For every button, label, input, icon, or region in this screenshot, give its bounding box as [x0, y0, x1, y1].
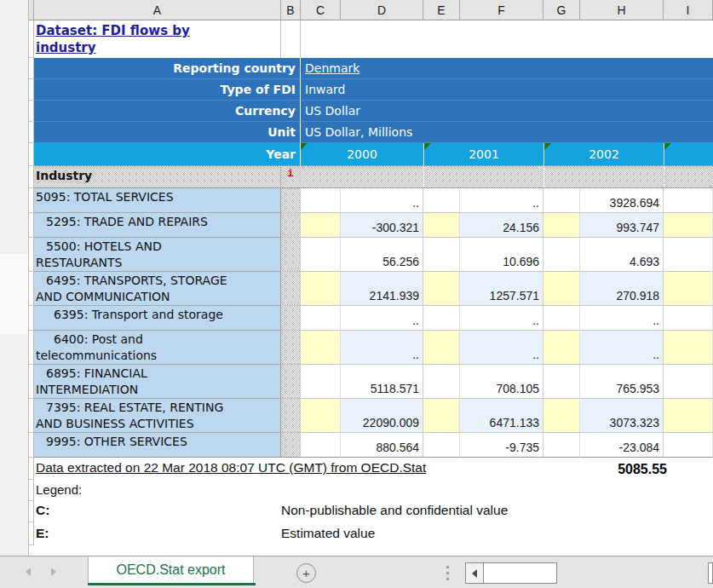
- flag-cell[interactable]: [301, 365, 341, 399]
- year-cell-2001[interactable]: 2001: [423, 143, 543, 166]
- industry-header-cell[interactable]: Industry: [34, 166, 281, 188]
- value-cell[interactable]: 24.156: [460, 213, 543, 238]
- extract-note-link[interactable]: Data extracted on 22 Mar 2018 08:07 UTC …: [36, 460, 426, 476]
- value-cell[interactable]: 270.918: [580, 272, 664, 306]
- flag-cell[interactable]: [543, 188, 580, 213]
- flag-cell[interactable]: [301, 238, 341, 272]
- flag-cell[interactable]: [423, 272, 460, 306]
- flag-cell[interactable]: [301, 306, 341, 331]
- meta-value[interactable]: Denmark: [301, 58, 713, 79]
- value-cell[interactable]: 708.105: [460, 365, 543, 399]
- flag-cell[interactable]: [301, 188, 341, 213]
- industry-label-cell[interactable]: 6395: Transport and storage: [34, 306, 281, 331]
- column-header-C[interactable]: C: [301, 0, 341, 20]
- cell-b1[interactable]: [281, 20, 301, 58]
- industry-info-cell[interactable]: i: [281, 166, 301, 188]
- value-cell[interactable]: 56.256: [341, 238, 423, 272]
- industry-label-cell[interactable]: 5095: TOTAL SERVICES: [34, 188, 281, 213]
- flag-cell[interactable]: [423, 433, 460, 458]
- flag-cell[interactable]: [543, 365, 580, 399]
- flag-cell[interactable]: [664, 365, 713, 399]
- flag-cell[interactable]: [664, 188, 713, 213]
- flag-cell[interactable]: [301, 331, 341, 365]
- flag-cell[interactable]: [664, 272, 713, 306]
- flag-cell[interactable]: [543, 272, 580, 306]
- flag-cell[interactable]: [664, 399, 713, 433]
- industry-label-cell[interactable]: 9995: OTHER SERVICES: [34, 433, 281, 458]
- value-cell[interactable]: 3073.323: [580, 399, 664, 433]
- value-cell[interactable]: 765.953: [580, 365, 664, 399]
- flag-cell[interactable]: [664, 331, 713, 365]
- value-cell[interactable]: -300.321: [341, 213, 423, 238]
- value-cell[interactable]: ..: [460, 188, 543, 213]
- value-cell[interactable]: ..: [460, 306, 543, 331]
- industry-label-cell[interactable]: 6400: Post and telecommunications: [34, 331, 281, 365]
- flag-cell[interactable]: [664, 306, 713, 331]
- flag-cell[interactable]: [301, 213, 341, 238]
- column-header-G[interactable]: G: [543, 0, 580, 20]
- tab-oecd-stat-export[interactable]: OECD.Stat export: [88, 556, 254, 583]
- industry-label-cell[interactable]: 7395: REAL ESTATE, RENTING AND BUSINESS …: [34, 399, 281, 433]
- meta-value[interactable]: US Dollar, Millions: [301, 122, 713, 143]
- flag-cell[interactable]: [664, 238, 713, 272]
- value-cell[interactable]: 3928.694: [580, 188, 664, 213]
- value-cell[interactable]: 993.747: [580, 213, 664, 238]
- industry-label-cell[interactable]: 5500: HOTELS AND RESTAURANTS: [34, 238, 281, 272]
- flag-cell[interactable]: [543, 399, 580, 433]
- hscroll-left-button[interactable]: [465, 562, 484, 584]
- add-sheet-button[interactable]: +: [296, 563, 316, 583]
- column-header-F[interactable]: F: [460, 0, 543, 20]
- year-cell-2000[interactable]: 2000: [301, 143, 423, 166]
- flag-cell[interactable]: [543, 238, 580, 272]
- flag-cell[interactable]: [664, 433, 713, 458]
- flag-cell[interactable]: [301, 399, 341, 433]
- value-cell[interactable]: ..: [341, 331, 423, 365]
- value-cell[interactable]: 880.564: [341, 433, 423, 458]
- flag-cell[interactable]: [543, 433, 580, 458]
- industry-label-cell[interactable]: 5295: TRADE AND REPAIRS: [34, 213, 281, 238]
- value-cell[interactable]: ..: [580, 306, 664, 331]
- value-cell[interactable]: 6471.133: [460, 399, 543, 433]
- flag-cell[interactable]: [543, 306, 580, 331]
- flag-cell[interactable]: [423, 188, 460, 213]
- value-cell[interactable]: 10.696: [460, 238, 543, 272]
- value-cell[interactable]: -23.084: [580, 433, 664, 458]
- hscroll-thumb[interactable]: [484, 562, 557, 584]
- value-cell[interactable]: ..: [580, 331, 664, 365]
- tab-scroll-splitter-handle[interactable]: [446, 566, 449, 584]
- value-cell[interactable]: ..: [341, 306, 423, 331]
- value-cell[interactable]: ..: [341, 188, 423, 213]
- column-header-A[interactable]: A: [34, 0, 281, 20]
- flag-cell[interactable]: [423, 365, 460, 399]
- year-cell-partial[interactable]: [664, 143, 713, 166]
- flag-cell[interactable]: [423, 399, 460, 433]
- meta-value-link[interactable]: Denmark: [305, 61, 359, 75]
- column-header-H[interactable]: H: [580, 0, 664, 20]
- meta-value[interactable]: Inward: [301, 79, 713, 101]
- value-cell[interactable]: 5118.571: [341, 365, 423, 399]
- flag-cell[interactable]: [423, 213, 460, 238]
- value-cell[interactable]: ..: [460, 331, 543, 365]
- column-header-B[interactable]: B: [281, 0, 301, 20]
- flag-cell[interactable]: [301, 272, 341, 306]
- meta-value[interactable]: US Dollar: [301, 101, 713, 122]
- column-header-I[interactable]: I: [664, 0, 713, 20]
- industry-label-cell[interactable]: 6495: TRANSPORTS, STORAGE AND COMMUNICAT…: [34, 272, 281, 306]
- value-cell[interactable]: -9.735: [460, 433, 543, 458]
- prev-sheet-icon[interactable]: [26, 568, 31, 576]
- info-marker[interactable]: i: [287, 168, 294, 187]
- flag-cell[interactable]: [543, 213, 580, 238]
- flag-cell[interactable]: [423, 306, 460, 331]
- flag-cell[interactable]: [664, 213, 713, 238]
- dataset-link[interactable]: Dataset: FDI flows by industry: [36, 22, 280, 56]
- value-cell[interactable]: 4.693: [580, 238, 664, 272]
- column-header-E[interactable]: E: [423, 0, 460, 20]
- year-cell-2002[interactable]: 2002: [543, 143, 664, 166]
- flag-cell[interactable]: [301, 433, 341, 458]
- flag-cell[interactable]: [543, 331, 580, 365]
- value-cell[interactable]: 2141.939: [341, 272, 423, 306]
- flag-cell[interactable]: [423, 238, 460, 272]
- value-cell[interactable]: 1257.571: [460, 272, 543, 306]
- column-header-D[interactable]: D: [341, 0, 423, 20]
- value-cell[interactable]: 22090.009: [341, 399, 423, 433]
